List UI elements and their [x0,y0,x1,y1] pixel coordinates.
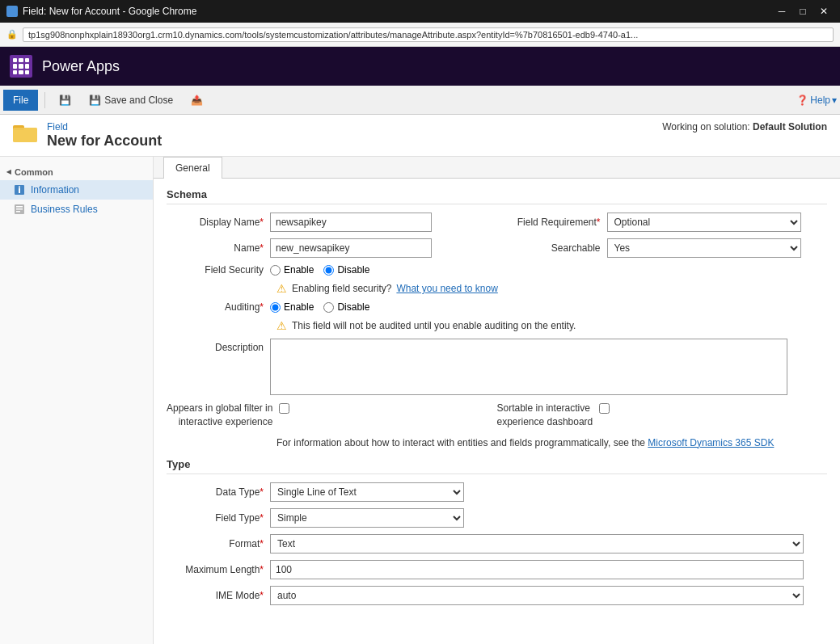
field-requirement-label: Field Requirement* [504,217,601,228]
title-bar: Field: New for Account - Google Chrome ─… [0,0,840,23]
name-row: Name* Searchable Yes No [167,238,827,258]
sdk-link[interactable]: Microsoft Dynamics 365 SDK [648,437,774,448]
information-icon [13,183,26,196]
help-label: Help [810,95,830,106]
field-security-label: Field Security [167,264,264,276]
max-length-label: Maximum Length* [167,564,264,575]
auditing-disable-text: Disable [337,301,369,313]
svg-rect-5 [19,187,20,188]
field-security-radios: Enable Disable [270,264,369,276]
toolbar-separator [44,92,45,108]
appears-checkbox[interactable] [279,403,289,414]
save-close-label: Save and Close [104,95,173,106]
auditing-label: Auditing* [167,301,264,313]
title-bar-controls[interactable]: ─ □ ✕ [772,3,834,19]
sidebar-item-business-rules[interactable]: Business Rules [0,200,153,219]
description-textarea[interactable] [270,339,787,395]
sortable-checkbox[interactable] [599,403,610,414]
help-button[interactable]: ❓ Help ▾ [796,95,837,106]
searchable-group: Searchable Yes No [504,238,828,258]
sortable-label: Sortable in interactive experience dashb… [497,402,593,429]
ime-mode-select[interactable]: auto active inactive disabled [270,586,804,605]
field-requirement-select[interactable]: Optional Business Recommended Business R… [607,213,801,232]
max-length-input[interactable] [270,560,804,579]
folder-icon [13,121,39,144]
sortable-group: Sortable in interactive experience dashb… [497,402,828,429]
solution-info: Working on solution: Default Solution [662,121,827,133]
warning-text: Enabling field security? [292,283,391,294]
help-icon: ❓ [796,95,808,106]
type-section-title: Type [167,458,827,474]
appears-label: Appears in global filter in interactive … [167,402,272,429]
close-button[interactable]: ✕ [814,3,834,19]
field-type-select[interactable]: Simple Calculated Rollup [270,508,464,528]
maximize-button[interactable]: □ [793,3,813,19]
data-type-select[interactable]: Single Line of Text Whole Number Decimal… [270,482,464,502]
address-url[interactable]: tp1sg908nonphxplain18930org1.crm10.dynam… [23,27,834,42]
file-button[interactable]: File [3,90,38,111]
save-icon: 💾 [59,95,71,106]
field-security-disable-text: Disable [337,264,369,276]
chevron-down-icon: ◂ [6,166,11,177]
format-select[interactable]: Text Email URL Ticker Symbol Phone [270,534,804,554]
save-button[interactable]: 💾 [52,90,78,111]
window-title: Field: New for Account - Google Chrome [23,6,196,17]
sidebar-item-business-rules-label: Business Rules [31,204,98,215]
svg-rect-8 [16,208,23,210]
name-group: Name* [167,238,491,258]
help-chevron: ▾ [832,95,837,106]
auditing-row: Auditing* Enable Disable [167,301,827,313]
solution-name: Default Solution [753,121,827,133]
svg-rect-9 [16,211,20,213]
info-text: For information about how to interact wi… [276,436,827,450]
searchable-select[interactable]: Yes No [607,238,801,258]
name-input[interactable] [270,238,432,258]
app-header: Power Apps [0,47,840,86]
schema-section-title: Schema [167,188,827,204]
field-security-enable-radio[interactable] [270,265,281,276]
display-name-input[interactable] [270,213,432,232]
save-close-icon: 💾 [89,95,101,106]
sidebar-item-information[interactable]: Information [0,180,153,200]
auditing-radios: Enable Disable [270,301,369,313]
name-label: Name* [167,242,264,254]
field-security-enable-text: Enable [284,264,314,276]
svg-rect-7 [16,206,23,208]
searchable-label: Searchable [504,242,601,254]
toolbar: File 💾 💾 Save and Close 📤 ❓ Help ▾ [0,86,840,115]
field-security-row: Field Security Enable Disable [167,264,827,276]
auditing-disable-radio[interactable] [323,302,334,313]
entity-breadcrumb: Field [47,121,162,133]
auditing-disable-label[interactable]: Disable [323,301,369,313]
business-rules-icon [13,203,26,216]
appears-group: Appears in global filter in interactive … [167,402,497,429]
display-name-label: Display Name* [167,217,264,228]
field-security-disable-radio[interactable] [323,265,334,276]
save-close-button[interactable]: 💾 Save and Close [82,90,180,111]
publish-button[interactable]: 📤 [184,90,210,111]
solution-label: Working on solution: [662,121,750,133]
entity-header: Field New for Account Working on solutio… [0,115,840,157]
title-bar-left: Field: New for Account - Google Chrome [6,6,196,17]
display-name-row: Display Name* Field Requirement* Optiona… [167,213,827,232]
field-type-row: Field Type* Simple Calculated Rollup [167,508,827,528]
description-area: Description [167,339,827,395]
tab-general[interactable]: General [163,157,222,179]
auditing-enable-radio[interactable] [270,302,281,313]
field-type-label: Field Type* [167,512,264,524]
sidebar-section-label: Common [15,167,53,177]
field-security-enable-label[interactable]: Enable [270,264,314,276]
auditing-enable-label[interactable]: Enable [270,301,314,313]
sortable-checkbox-container [599,402,610,414]
entity-name: New for Account [47,133,162,149]
main-container: Field New for Account Working on solutio… [0,115,840,644]
address-bar: 🔒 tp1sg908nonphxplain18930org1.crm10.dyn… [0,23,840,47]
warning-link[interactable]: What you need to know [396,283,497,294]
chrome-icon [6,6,18,17]
type-section: Type Data Type* Single Line of Text Whol… [167,458,827,605]
sidebar-item-information-label: Information [31,184,79,196]
minimize-button[interactable]: ─ [772,3,791,19]
app-grid-button[interactable] [10,55,32,78]
entity-header-left: Field New for Account [13,121,162,149]
field-security-disable-label[interactable]: Disable [323,264,369,276]
